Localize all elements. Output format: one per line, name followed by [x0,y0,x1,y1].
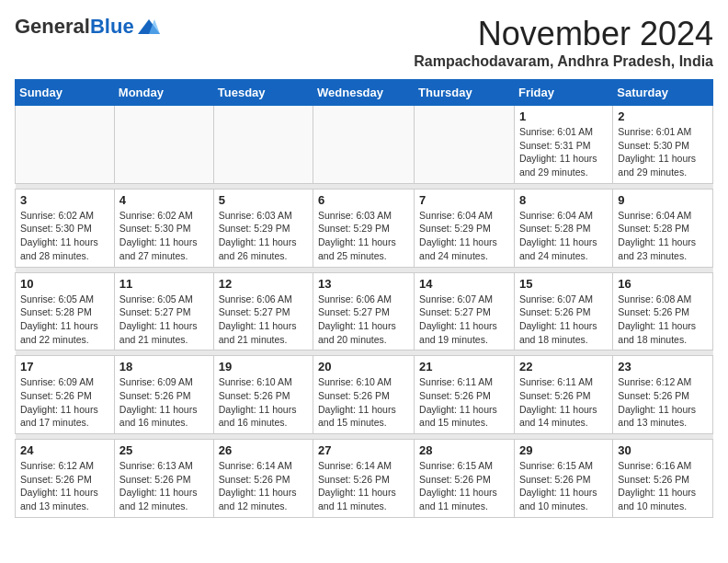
day-info: Sunrise: 6:16 AM Sunset: 5:26 PM Dayligh… [618,459,708,513]
day-info: Sunrise: 6:15 AM Sunset: 5:26 PM Dayligh… [419,459,509,513]
day-info: Sunrise: 6:05 AM Sunset: 5:28 PM Dayligh… [20,293,109,347]
calendar-cell: 19Sunrise: 6:10 AM Sunset: 5:26 PM Dayli… [213,356,313,434]
calendar-cell: 9Sunrise: 6:04 AM Sunset: 5:28 PM Daylig… [613,189,713,267]
day-number: 3 [20,193,109,207]
month-title: November 2024 [414,15,713,53]
calendar-cell: 27Sunrise: 6:14 AM Sunset: 5:26 PM Dayli… [313,440,415,518]
calendar-header-wednesday: Wednesday [313,80,415,106]
calendar-table: SundayMondayTuesdayWednesdayThursdayFrid… [15,79,713,518]
calendar-cell: 30Sunrise: 6:16 AM Sunset: 5:26 PM Dayli… [613,440,713,518]
calendar-cell [114,106,213,184]
day-number: 11 [119,277,209,291]
day-info: Sunrise: 6:02 AM Sunset: 5:30 PM Dayligh… [20,209,109,263]
title-section: November 2024 Rampachodavaram, Andhra Pr… [414,15,713,70]
calendar-cell: 3Sunrise: 6:02 AM Sunset: 5:30 PM Daylig… [16,189,115,267]
calendar-week-row: 1Sunrise: 6:01 AM Sunset: 5:31 PM Daylig… [16,106,713,184]
calendar-header-thursday: Thursday [415,80,515,106]
day-number: 17 [20,360,109,373]
calendar-cell: 29Sunrise: 6:15 AM Sunset: 5:26 PM Dayli… [514,440,612,518]
page-header: GeneralBlue November 2024 Rampachodavara… [15,15,713,70]
calendar-cell: 25Sunrise: 6:13 AM Sunset: 5:26 PM Dayli… [114,440,213,518]
calendar-cell: 8Sunrise: 6:04 AM Sunset: 5:28 PM Daylig… [514,189,612,267]
day-info: Sunrise: 6:01 AM Sunset: 5:31 PM Dayligh… [519,125,608,179]
calendar-cell [16,106,115,184]
day-number: 13 [318,277,409,291]
calendar-cell: 4Sunrise: 6:02 AM Sunset: 5:30 PM Daylig… [114,189,213,267]
calendar-header-sunday: Sunday [16,80,115,106]
day-info: Sunrise: 6:10 AM Sunset: 5:26 PM Dayligh… [318,375,409,430]
day-info: Sunrise: 6:04 AM Sunset: 5:28 PM Dayligh… [519,209,608,263]
day-info: Sunrise: 6:06 AM Sunset: 5:27 PM Dayligh… [219,293,308,347]
day-number: 6 [318,193,409,207]
day-info: Sunrise: 6:12 AM Sunset: 5:26 PM Dayligh… [20,459,109,513]
calendar-cell: 22Sunrise: 6:11 AM Sunset: 5:26 PM Dayli… [514,356,612,434]
logo-icon [136,17,162,36]
calendar-cell: 28Sunrise: 6:15 AM Sunset: 5:26 PM Dayli… [415,440,515,518]
day-number: 8 [519,193,608,207]
day-info: Sunrise: 6:02 AM Sunset: 5:30 PM Dayligh… [119,209,209,263]
logo-general-text: GeneralBlue [15,15,134,39]
calendar-cell: 18Sunrise: 6:09 AM Sunset: 5:26 PM Dayli… [114,356,213,434]
day-number: 30 [618,443,708,457]
day-info: Sunrise: 6:07 AM Sunset: 5:27 PM Dayligh… [419,293,509,347]
day-number: 21 [419,360,509,373]
day-info: Sunrise: 6:11 AM Sunset: 5:26 PM Dayligh… [419,375,509,430]
calendar-cell: 14Sunrise: 6:07 AM Sunset: 5:27 PM Dayli… [415,272,515,350]
day-info: Sunrise: 6:05 AM Sunset: 5:27 PM Dayligh… [119,293,209,347]
calendar-cell: 26Sunrise: 6:14 AM Sunset: 5:26 PM Dayli… [213,440,313,518]
calendar-cell: 11Sunrise: 6:05 AM Sunset: 5:27 PM Dayli… [114,272,213,350]
calendar-header-row: SundayMondayTuesdayWednesdayThursdayFrid… [16,80,713,106]
calendar-cell: 15Sunrise: 6:07 AM Sunset: 5:26 PM Dayli… [514,272,612,350]
calendar-week-row: 3Sunrise: 6:02 AM Sunset: 5:30 PM Daylig… [16,189,713,267]
logo: GeneralBlue [15,15,162,39]
day-info: Sunrise: 6:04 AM Sunset: 5:29 PM Dayligh… [419,209,509,263]
day-number: 7 [419,193,509,207]
day-info: Sunrise: 6:06 AM Sunset: 5:27 PM Dayligh… [318,293,409,347]
day-number: 15 [519,277,608,291]
day-number: 22 [519,360,608,373]
calendar-week-row: 10Sunrise: 6:05 AM Sunset: 5:28 PM Dayli… [16,272,713,350]
calendar-week-row: 17Sunrise: 6:09 AM Sunset: 5:26 PM Dayli… [16,356,713,434]
day-number: 1 [519,109,608,123]
day-info: Sunrise: 6:04 AM Sunset: 5:28 PM Dayligh… [618,209,708,263]
day-info: Sunrise: 6:14 AM Sunset: 5:26 PM Dayligh… [219,459,308,513]
day-number: 2 [618,109,708,123]
calendar-cell: 2Sunrise: 6:01 AM Sunset: 5:30 PM Daylig… [613,106,713,184]
calendar-header-monday: Monday [114,80,213,106]
day-info: Sunrise: 6:12 AM Sunset: 5:26 PM Dayligh… [618,375,708,430]
day-number: 20 [318,360,409,373]
day-info: Sunrise: 6:01 AM Sunset: 5:30 PM Dayligh… [618,125,708,179]
day-number: 10 [20,277,109,291]
day-number: 16 [618,277,708,291]
calendar-cell [313,106,415,184]
calendar-cell: 21Sunrise: 6:11 AM Sunset: 5:26 PM Dayli… [415,356,515,434]
calendar-header-friday: Friday [514,80,612,106]
day-info: Sunrise: 6:15 AM Sunset: 5:26 PM Dayligh… [519,459,608,513]
calendar-cell: 16Sunrise: 6:08 AM Sunset: 5:26 PM Dayli… [613,272,713,350]
day-number: 14 [419,277,509,291]
day-info: Sunrise: 6:03 AM Sunset: 5:29 PM Dayligh… [318,209,409,263]
calendar-cell: 6Sunrise: 6:03 AM Sunset: 5:29 PM Daylig… [313,189,415,267]
day-number: 19 [219,360,308,373]
calendar-header-saturday: Saturday [613,80,713,106]
day-info: Sunrise: 6:10 AM Sunset: 5:26 PM Dayligh… [219,375,308,430]
day-number: 4 [119,193,209,207]
day-info: Sunrise: 6:14 AM Sunset: 5:26 PM Dayligh… [318,459,409,513]
calendar-cell: 5Sunrise: 6:03 AM Sunset: 5:29 PM Daylig… [213,189,313,267]
location-text: Rampachodavaram, Andhra Pradesh, India [414,53,713,70]
calendar-cell: 23Sunrise: 6:12 AM Sunset: 5:26 PM Dayli… [613,356,713,434]
calendar-header-tuesday: Tuesday [213,80,313,106]
day-info: Sunrise: 6:07 AM Sunset: 5:26 PM Dayligh… [519,293,608,347]
day-number: 25 [119,443,209,457]
day-number: 24 [20,443,109,457]
calendar-week-row: 24Sunrise: 6:12 AM Sunset: 5:26 PM Dayli… [16,440,713,518]
calendar-cell: 1Sunrise: 6:01 AM Sunset: 5:31 PM Daylig… [514,106,612,184]
calendar-cell [415,106,515,184]
day-number: 29 [519,443,608,457]
day-number: 18 [119,360,209,373]
day-number: 12 [219,277,308,291]
calendar-cell [213,106,313,184]
day-number: 28 [419,443,509,457]
day-info: Sunrise: 6:08 AM Sunset: 5:26 PM Dayligh… [618,293,708,347]
day-number: 26 [219,443,308,457]
